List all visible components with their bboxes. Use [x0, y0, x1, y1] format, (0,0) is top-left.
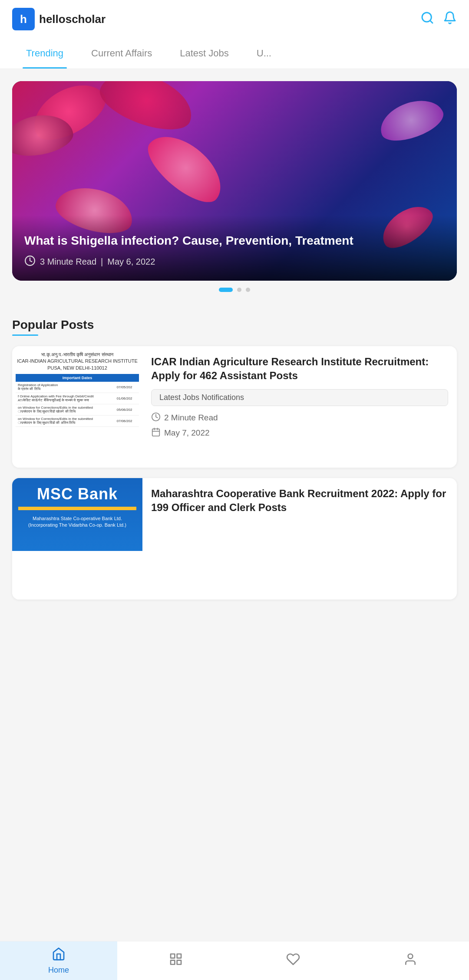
post-title-msc: Maharashtra Cooperative Bank Recruitment…: [151, 487, 448, 515]
header-icons: [420, 11, 457, 28]
search-icon[interactable]: [420, 11, 434, 28]
carousel-dots: [12, 281, 457, 295]
icar-table-header: Important Dates: [16, 374, 139, 382]
carousel-separator: |: [101, 257, 103, 267]
logo-box: h: [12, 8, 35, 30]
app-name: helloscholar: [39, 13, 106, 26]
svg-rect-4: [152, 429, 160, 436]
carousel-date: May 6, 2022: [107, 257, 155, 267]
bacteria-shape-2: [94, 81, 200, 139]
clock-icon-post: [151, 412, 161, 424]
msc-yellow-bar: [18, 507, 136, 510]
nav-tabs: Trending Current Affairs Latest Jobs U..…: [0, 38, 469, 69]
carousel-card[interactable]: What is Shigella infection? Cause, Preve…: [12, 81, 457, 281]
popular-posts-title: Popular Posts: [12, 318, 457, 332]
tab-updates[interactable]: U...: [243, 38, 285, 69]
icar-header-text: भा.कृ.अनु.प.-भारतीय कृषि अनुसंधान संस्था…: [17, 351, 137, 371]
tab-trending[interactable]: Trending: [12, 38, 77, 69]
table-row: on Window for Corrections/Edits in the s…: [16, 404, 139, 416]
table-row: Registration of Applicationके प्रारंभ की…: [16, 382, 139, 393]
popular-posts-section: Popular Posts भा.कृ.अनु.प.-भारतीय कृषि अ…: [0, 302, 469, 619]
post-thumb-icar: भा.कृ.अनु.प.-भारतीय कृषि अनुसंधान संस्था…: [12, 346, 142, 468]
msc-logo-text: MSC Bank: [37, 485, 118, 503]
logo-letter: h: [20, 13, 27, 26]
carousel-overlay: What is Shigella infection? Cause, Preve…: [12, 215, 457, 281]
msc-subtitle: Maharashtra State Co-operative Bank Ltd.…: [28, 515, 126, 529]
svg-line-1: [430, 20, 433, 23]
logo-container: h helloscholar: [12, 8, 106, 30]
table-row: on Window for Corrections/Edits in the s…: [16, 416, 139, 427]
header: h helloscholar: [0, 0, 469, 38]
carousel-title: What is Shigella infection? Cause, Preve…: [24, 233, 445, 249]
carousel-meta: 3 Minute Read | May 6, 2022: [24, 255, 445, 269]
post-date-icar: May 7, 2022: [164, 428, 210, 438]
carousel-read-time: 3 Minute Read: [40, 257, 96, 267]
calendar-icon-icar: [151, 427, 161, 439]
table-row: f Online Application with Fee through De…: [16, 393, 139, 404]
section-underline: [12, 334, 38, 336]
clock-icon: [24, 255, 36, 269]
carousel-dot-3[interactable]: [246, 288, 250, 292]
icar-table: Important Dates Registration of Applicat…: [16, 374, 139, 427]
post-title-icar: ICAR Indian Agriculture Research Institu…: [151, 355, 448, 383]
post-card-msc[interactable]: MSC Bank Maharashtra State Co-operative …: [12, 478, 457, 600]
post-content-msc: Maharashtra Cooperative Bank Recruitment…: [142, 478, 457, 600]
post-content-icar: ICAR Indian Agriculture Research Institu…: [142, 346, 457, 468]
carousel-dot-1[interactable]: [219, 288, 233, 292]
post-tag-icar: Latest Jobs Notifications: [151, 389, 448, 406]
carousel-dot-2[interactable]: [237, 288, 241, 292]
bacteria-shape-4: [139, 123, 233, 212]
post-meta-date-icar: May 7, 2022: [151, 427, 448, 439]
post-card-icar[interactable]: भा.कृ.अनु.प.-भारतीय कृषि अनुसंधान संस्था…: [12, 346, 457, 468]
tab-latest-jobs[interactable]: Latest Jobs: [166, 38, 243, 69]
post-read-time-icar: 2 Minute Read: [164, 413, 218, 423]
carousel-container: What is Shigella infection? Cause, Preve…: [0, 69, 469, 302]
post-meta-readtime-icar: 2 Minute Read: [151, 412, 448, 424]
notification-icon[interactable]: [443, 11, 457, 28]
tab-current-affairs[interactable]: Current Affairs: [77, 38, 166, 69]
post-thumb-msc: MSC Bank Maharashtra State Co-operative …: [12, 478, 142, 600]
bacteria-shape-5: [375, 93, 448, 147]
